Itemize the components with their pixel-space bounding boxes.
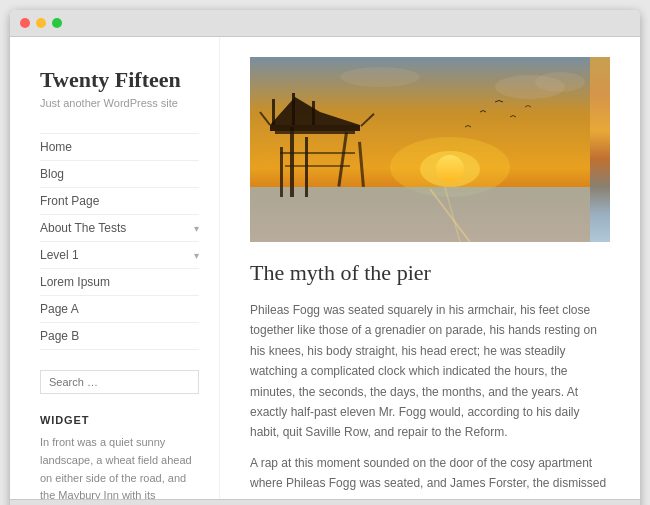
nav-link-front-page[interactable]: Front Page <box>40 188 199 214</box>
site-tagline: Just another WordPress site <box>40 97 199 109</box>
nav-link-blog[interactable]: Blog <box>40 161 199 187</box>
svg-point-23 <box>535 72 585 92</box>
svg-rect-18 <box>292 93 295 125</box>
nav-item-level1: Level 1 ▾ <box>40 241 199 268</box>
post-title: The myth of the pier <box>250 260 610 286</box>
maximize-button[interactable] <box>52 18 62 28</box>
svg-rect-15 <box>285 165 350 167</box>
browser-chrome <box>10 10 640 37</box>
nav-label-about: About The Tests <box>40 221 126 235</box>
nav-item-blog: Blog <box>40 160 199 187</box>
nav-item-lorem: Lorem Ipsum <box>40 268 199 295</box>
svg-rect-19 <box>312 101 315 125</box>
main-content: The myth of the pier Phileas Fogg was se… <box>220 37 640 499</box>
nav-menu: Home Blog Front Page <box>40 133 199 350</box>
close-button[interactable] <box>20 18 30 28</box>
nav-link-page-b[interactable]: Page B <box>40 323 199 349</box>
svg-point-24 <box>340 67 420 87</box>
minimize-button[interactable] <box>36 18 46 28</box>
svg-rect-11 <box>275 131 355 134</box>
svg-rect-17 <box>272 99 275 125</box>
svg-point-3 <box>436 155 464 183</box>
nav-item-about: About The Tests ▾ <box>40 214 199 241</box>
sidebar: Twenty Fifteen Just another WordPress si… <box>10 37 220 499</box>
nav-label-home: Home <box>40 140 72 154</box>
widget-title: WIDGET <box>40 414 199 426</box>
nav-item-page-a: Page A <box>40 295 199 322</box>
post-body: Phileas Fogg was seated squarely in his … <box>250 300 610 499</box>
nav-label-lorem: Lorem Ipsum <box>40 275 110 289</box>
post-paragraph-2: A rap at this moment sounded on the door… <box>250 453 610 499</box>
pier-illustration <box>250 57 590 242</box>
nav-label-page-a: Page A <box>40 302 79 316</box>
nav-link-page-a[interactable]: Page A <box>40 296 199 322</box>
svg-rect-10 <box>270 125 360 131</box>
nav-label-page-b: Page B <box>40 329 79 343</box>
nav-link-lorem[interactable]: Lorem Ipsum <box>40 269 199 295</box>
widget-text: In front was a quiet sunny landscape, a … <box>40 434 199 499</box>
browser-bottom-bar: ◢ <box>10 499 640 505</box>
nav-label-front-page: Front Page <box>40 194 99 208</box>
nav-item-home: Home <box>40 133 199 160</box>
svg-rect-4 <box>250 187 590 242</box>
nav-link-home[interactable]: Home <box>40 134 199 160</box>
svg-rect-9 <box>280 147 283 197</box>
nav-link-about[interactable]: About The Tests ▾ <box>40 215 199 241</box>
site-title: Twenty Fifteen <box>40 67 199 93</box>
chevron-down-icon-2: ▾ <box>194 250 199 261</box>
wordpress-page: Twenty Fifteen Just another WordPress si… <box>10 37 640 499</box>
nav-item-page-b: Page B <box>40 322 199 350</box>
browser-window: Twenty Fifteen Just another WordPress si… <box>10 10 640 505</box>
nav-label-blog: Blog <box>40 167 64 181</box>
browser-content: Twenty Fifteen Just another WordPress si… <box>10 37 640 499</box>
svg-rect-14 <box>280 152 355 154</box>
search-input[interactable] <box>40 370 199 394</box>
svg-rect-7 <box>290 127 294 197</box>
featured-image <box>250 57 610 242</box>
nav-link-level1[interactable]: Level 1 ▾ <box>40 242 199 268</box>
nav-label-level1: Level 1 <box>40 248 79 262</box>
post-paragraph-1: Phileas Fogg was seated squarely in his … <box>250 300 610 443</box>
chevron-down-icon: ▾ <box>194 223 199 234</box>
nav-item-front-page: Front Page <box>40 187 199 214</box>
main-nav: Home Blog Front Page <box>40 133 199 350</box>
search-box <box>40 370 199 394</box>
